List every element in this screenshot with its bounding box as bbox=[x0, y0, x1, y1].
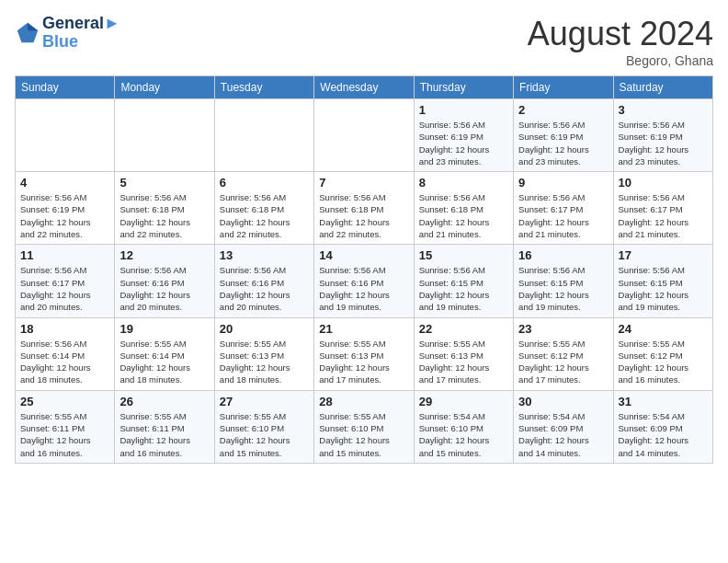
title-block: August 2024 Begoro, Ghana bbox=[528, 15, 713, 68]
calendar-week-0: 1Sunrise: 5:56 AM Sunset: 6:19 PM Daylig… bbox=[16, 99, 713, 172]
page-header: General► Blue August 2024 Begoro, Ghana bbox=[15, 15, 713, 68]
calendar-header-row: SundayMondayTuesdayWednesdayThursdayFrid… bbox=[16, 76, 713, 99]
day-number: 7 bbox=[319, 176, 408, 190]
calendar-body: 1Sunrise: 5:56 AM Sunset: 6:19 PM Daylig… bbox=[16, 99, 713, 464]
day-number: 31 bbox=[619, 395, 708, 408]
calendar-cell: 15Sunrise: 5:56 AM Sunset: 6:15 PM Dayli… bbox=[414, 245, 513, 317]
calendar-cell: 1Sunrise: 5:56 AM Sunset: 6:19 PM Daylig… bbox=[414, 99, 513, 172]
calendar-cell: 12Sunrise: 5:56 AM Sunset: 6:16 PM Dayli… bbox=[115, 245, 214, 317]
day-info: Sunrise: 5:56 AM Sunset: 6:18 PM Dayligh… bbox=[319, 191, 408, 240]
logo-icon bbox=[15, 20, 40, 46]
calendar-cell bbox=[214, 99, 313, 172]
day-info: Sunrise: 5:55 AM Sunset: 6:12 PM Dayligh… bbox=[619, 338, 708, 386]
day-number: 21 bbox=[319, 322, 408, 336]
calendar-cell: 31Sunrise: 5:54 AM Sunset: 6:09 PM Dayli… bbox=[613, 390, 712, 463]
calendar-header-wednesday: Wednesday bbox=[314, 76, 414, 99]
calendar-cell: 11Sunrise: 5:56 AM Sunset: 6:17 PM Dayli… bbox=[16, 245, 115, 317]
calendar-header-friday: Friday bbox=[514, 76, 613, 99]
calendar-header-tuesday: Tuesday bbox=[214, 76, 313, 99]
day-info: Sunrise: 5:56 AM Sunset: 6:16 PM Dayligh… bbox=[319, 264, 408, 313]
calendar-cell: 9Sunrise: 5:56 AM Sunset: 6:17 PM Daylig… bbox=[514, 172, 613, 245]
calendar-cell: 24Sunrise: 5:55 AM Sunset: 6:12 PM Dayli… bbox=[613, 317, 712, 390]
day-info: Sunrise: 5:56 AM Sunset: 6:18 PM Dayligh… bbox=[119, 191, 209, 240]
day-info: Sunrise: 5:54 AM Sunset: 6:09 PM Dayligh… bbox=[518, 410, 608, 459]
calendar-cell: 19Sunrise: 5:55 AM Sunset: 6:14 PM Dayli… bbox=[115, 317, 214, 390]
location: Begoro, Ghana bbox=[528, 53, 713, 68]
day-info: Sunrise: 5:56 AM Sunset: 6:15 PM Dayligh… bbox=[619, 264, 708, 313]
day-number: 25 bbox=[20, 395, 109, 408]
calendar-cell: 20Sunrise: 5:55 AM Sunset: 6:13 PM Dayli… bbox=[214, 317, 313, 390]
day-number: 30 bbox=[518, 395, 608, 408]
calendar-cell: 21Sunrise: 5:55 AM Sunset: 6:13 PM Dayli… bbox=[314, 317, 414, 390]
day-number: 28 bbox=[319, 395, 408, 408]
day-info: Sunrise: 5:54 AM Sunset: 6:09 PM Dayligh… bbox=[619, 410, 708, 459]
day-info: Sunrise: 5:56 AM Sunset: 6:16 PM Dayligh… bbox=[119, 264, 209, 313]
day-info: Sunrise: 5:56 AM Sunset: 6:19 PM Dayligh… bbox=[20, 191, 109, 240]
day-number: 4 bbox=[20, 176, 109, 190]
day-number: 16 bbox=[518, 248, 608, 262]
day-number: 14 bbox=[319, 248, 408, 262]
calendar-cell: 29Sunrise: 5:54 AM Sunset: 6:10 PM Dayli… bbox=[414, 390, 513, 463]
day-number: 26 bbox=[119, 395, 209, 408]
calendar-header-monday: Monday bbox=[115, 76, 214, 99]
day-info: Sunrise: 5:55 AM Sunset: 6:10 PM Dayligh… bbox=[319, 410, 408, 459]
month-year: August 2024 bbox=[528, 15, 713, 53]
day-number: 10 bbox=[619, 176, 708, 190]
day-number: 18 bbox=[20, 322, 109, 336]
day-info: Sunrise: 5:55 AM Sunset: 6:13 PM Dayligh… bbox=[319, 338, 408, 386]
day-number: 27 bbox=[220, 395, 309, 408]
day-info: Sunrise: 5:55 AM Sunset: 6:13 PM Dayligh… bbox=[220, 338, 309, 386]
calendar-cell: 13Sunrise: 5:56 AM Sunset: 6:16 PM Dayli… bbox=[214, 245, 313, 317]
day-info: Sunrise: 5:56 AM Sunset: 6:19 PM Dayligh… bbox=[619, 119, 708, 167]
day-info: Sunrise: 5:56 AM Sunset: 6:17 PM Dayligh… bbox=[518, 191, 608, 240]
calendar-cell: 30Sunrise: 5:54 AM Sunset: 6:09 PM Dayli… bbox=[514, 390, 613, 463]
calendar-week-2: 11Sunrise: 5:56 AM Sunset: 6:17 PM Dayli… bbox=[16, 245, 713, 317]
day-info: Sunrise: 5:56 AM Sunset: 6:18 PM Dayligh… bbox=[220, 191, 309, 240]
calendar-header-sunday: Sunday bbox=[16, 76, 115, 99]
calendar-cell: 10Sunrise: 5:56 AM Sunset: 6:17 PM Dayli… bbox=[613, 172, 712, 245]
day-info: Sunrise: 5:56 AM Sunset: 6:18 PM Dayligh… bbox=[419, 191, 508, 240]
day-info: Sunrise: 5:55 AM Sunset: 6:13 PM Dayligh… bbox=[419, 338, 508, 386]
calendar-header-saturday: Saturday bbox=[613, 76, 712, 99]
calendar-cell: 26Sunrise: 5:55 AM Sunset: 6:11 PM Dayli… bbox=[115, 390, 214, 463]
calendar-cell bbox=[115, 99, 214, 172]
calendar-week-3: 18Sunrise: 5:56 AM Sunset: 6:14 PM Dayli… bbox=[16, 317, 713, 390]
calendar-cell bbox=[16, 99, 115, 172]
day-info: Sunrise: 5:54 AM Sunset: 6:10 PM Dayligh… bbox=[419, 410, 508, 459]
day-number: 12 bbox=[119, 248, 209, 262]
day-number: 24 bbox=[619, 322, 708, 336]
day-info: Sunrise: 5:56 AM Sunset: 6:17 PM Dayligh… bbox=[619, 191, 708, 240]
day-number: 29 bbox=[419, 395, 508, 408]
day-number: 2 bbox=[518, 103, 608, 117]
day-number: 11 bbox=[20, 248, 109, 262]
day-info: Sunrise: 5:56 AM Sunset: 6:19 PM Dayligh… bbox=[419, 119, 508, 167]
calendar-cell: 2Sunrise: 5:56 AM Sunset: 6:19 PM Daylig… bbox=[514, 99, 613, 172]
calendar-cell: 22Sunrise: 5:55 AM Sunset: 6:13 PM Dayli… bbox=[414, 317, 513, 390]
day-number: 23 bbox=[518, 322, 608, 336]
calendar-cell: 5Sunrise: 5:56 AM Sunset: 6:18 PM Daylig… bbox=[115, 172, 214, 245]
day-info: Sunrise: 5:56 AM Sunset: 6:17 PM Dayligh… bbox=[20, 264, 109, 313]
day-number: 17 bbox=[619, 248, 708, 262]
day-info: Sunrise: 5:56 AM Sunset: 6:14 PM Dayligh… bbox=[20, 338, 109, 386]
calendar-cell: 28Sunrise: 5:55 AM Sunset: 6:10 PM Dayli… bbox=[314, 390, 414, 463]
calendar-cell: 6Sunrise: 5:56 AM Sunset: 6:18 PM Daylig… bbox=[214, 172, 313, 245]
day-number: 19 bbox=[119, 322, 209, 336]
calendar-cell: 3Sunrise: 5:56 AM Sunset: 6:19 PM Daylig… bbox=[613, 99, 712, 172]
calendar-cell: 8Sunrise: 5:56 AM Sunset: 6:18 PM Daylig… bbox=[414, 172, 513, 245]
day-number: 8 bbox=[419, 176, 508, 190]
logo: General► Blue bbox=[15, 15, 120, 52]
calendar-cell: 7Sunrise: 5:56 AM Sunset: 6:18 PM Daylig… bbox=[314, 172, 414, 245]
calendar-week-4: 25Sunrise: 5:55 AM Sunset: 6:11 PM Dayli… bbox=[16, 390, 713, 463]
day-number: 20 bbox=[220, 322, 309, 336]
calendar-cell: 14Sunrise: 5:56 AM Sunset: 6:16 PM Dayli… bbox=[314, 245, 414, 317]
calendar-cell: 23Sunrise: 5:55 AM Sunset: 6:12 PM Dayli… bbox=[514, 317, 613, 390]
calendar-cell: 18Sunrise: 5:56 AM Sunset: 6:14 PM Dayli… bbox=[16, 317, 115, 390]
day-number: 13 bbox=[220, 248, 309, 262]
day-info: Sunrise: 5:56 AM Sunset: 6:16 PM Dayligh… bbox=[220, 264, 309, 313]
calendar-cell: 17Sunrise: 5:56 AM Sunset: 6:15 PM Dayli… bbox=[613, 245, 712, 317]
day-number: 15 bbox=[419, 248, 508, 262]
day-info: Sunrise: 5:56 AM Sunset: 6:15 PM Dayligh… bbox=[419, 264, 508, 313]
calendar-cell bbox=[314, 99, 414, 172]
day-number: 1 bbox=[419, 103, 508, 117]
day-info: Sunrise: 5:55 AM Sunset: 6:14 PM Dayligh… bbox=[119, 338, 209, 386]
